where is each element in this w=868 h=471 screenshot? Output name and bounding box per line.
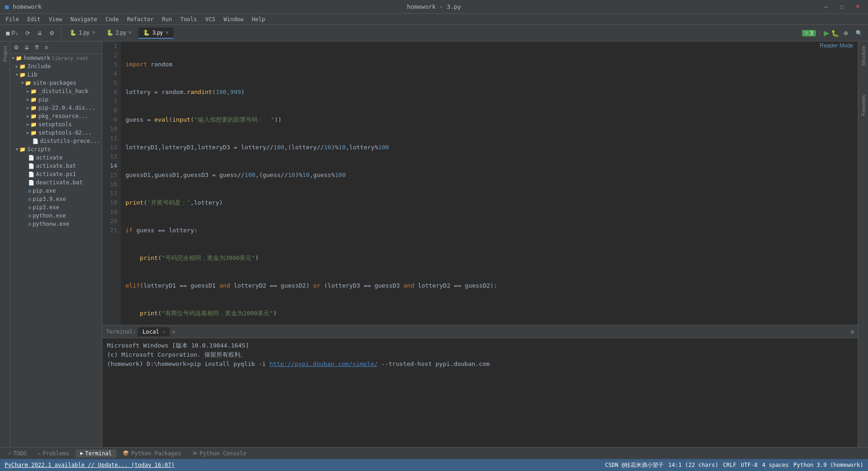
debug-button[interactable]: 🐛	[831, 29, 839, 37]
pr-arrow: ▶	[27, 114, 29, 118]
tree-deactivate-bat[interactable]: 📄 deactivate.bat	[10, 178, 102, 187]
vcs-count: 3	[810, 30, 813, 36]
tree-pip39-exe[interactable]: ⚙ pip3.9.exe	[10, 195, 102, 203]
tab-3py[interactable]: 🐍 3.py ✕	[138, 28, 173, 39]
code-editor[interactable]: import random lottery = random.randint(1…	[121, 41, 858, 325]
py-icon: 🐍	[70, 29, 77, 36]
menu-edit[interactable]: Edit	[24, 15, 44, 24]
tree-pip[interactable]: ▶ 📁 pip	[10, 95, 102, 104]
tree-site-packages[interactable]: ▼ 📁 site-packages	[10, 79, 102, 87]
tab-python-console-label: Python Console	[200, 450, 246, 457]
settings-tree-button[interactable]: ⚙	[47, 29, 57, 38]
menu-refactor[interactable]: Refactor	[123, 15, 157, 24]
tree-lib[interactable]: ▼ 📁 Lib	[10, 71, 102, 79]
project-panel-label[interactable]: Project	[1, 44, 9, 64]
terminal-line-2: (c) Microsoft Corporation. 保留所有权利。	[107, 350, 853, 359]
status-crlf[interactable]: CRLF	[723, 462, 736, 468]
code-line-4: lotteryD1,lotteryD1,lotteryD3 = lottery/…	[125, 143, 853, 152]
status-right: CSDN @桂花米酒小望子 14:1 (22 chars) CRLF UTF-8…	[605, 461, 863, 469]
tree-setuptools-dist[interactable]: ▶ 📁 setuptools-62...	[10, 129, 102, 137]
menu-view[interactable]: View	[45, 15, 66, 24]
root-suffix: library root	[52, 55, 88, 61]
terminal-local-close[interactable]: ✕	[162, 330, 165, 335]
main-content: Project ⚙ ⇊ ⇈ ≡ ▼ 📁 homework library roo…	[0, 41, 868, 447]
lib-arrow: ▼	[16, 72, 18, 77]
run-config-button[interactable]: ⊕	[841, 29, 851, 38]
p3-file-icon: ⚙	[28, 205, 31, 211]
sidebar-settings-button[interactable]: ⚙	[12, 43, 21, 52]
run-button[interactable]: ▶	[824, 29, 829, 37]
sidebar-expand-button[interactable]: ⇈	[33, 43, 41, 52]
vcs-badge[interactable]: ⑂ 3	[802, 30, 816, 36]
line-num: 7	[104, 97, 117, 106]
favorites-icon[interactable]: Favorites	[859, 94, 868, 117]
sidebar-collapse-button[interactable]: ⇊	[23, 43, 31, 52]
menu-help[interactable]: Help	[248, 15, 269, 24]
menu-window[interactable]: Window	[220, 15, 247, 24]
reader-mode-button[interactable]: Reader Mode	[820, 42, 853, 49]
tree-scripts[interactable]: ▼ 📁 Scripts	[10, 145, 102, 153]
menu-code[interactable]: Code	[102, 15, 123, 24]
tree-activate[interactable]: 📄 activate	[10, 153, 102, 162]
tab-terminal[interactable]: ▶ Terminal	[76, 449, 116, 458]
line-num: 13	[104, 152, 117, 161]
tree-root[interactable]: ▼ 📁 homework library root	[10, 54, 102, 62]
terminal-link[interactable]: http://pypi.douban.com/simple/	[269, 360, 378, 367]
terminal-tab-local[interactable]: Local ✕	[138, 327, 170, 336]
menu-run[interactable]: Run	[158, 15, 176, 24]
status-charset[interactable]: UTF-8	[741, 462, 757, 468]
ab-file-icon: 📄	[28, 163, 35, 169]
dp-file-icon: 📄	[32, 138, 39, 144]
tree-pythonw-exe[interactable]: ⚙ pythonw.exe	[10, 220, 102, 228]
close-button[interactable]: ✕	[851, 3, 863, 11]
menu-tools[interactable]: Tools	[177, 15, 201, 24]
tree-activate-bat[interactable]: 📄 activate.bat	[10, 162, 102, 170]
editor-content[interactable]: Reader Mode 1 2 3 4 5 6 7 8 9 10 11 12 1…	[102, 41, 858, 325]
tree-pip-dist[interactable]: ▶ 📁 pip-22.0.4.dis...	[10, 104, 102, 112]
terminal-gear-icon[interactable]: ⚙	[850, 328, 854, 335]
minimize-button[interactable]: ─	[820, 3, 832, 11]
pip-label: pip	[38, 96, 48, 103]
line-num: 19	[104, 207, 117, 217]
tab-python-packages-label: Python Packages	[131, 450, 181, 457]
tab-2py-close[interactable]: ✕	[128, 30, 132, 35]
tab-2py[interactable]: 🐍 2.py ✕	[102, 28, 137, 39]
menu-vcs[interactable]: VCS	[202, 15, 219, 24]
code-line-7: if guess == lottery:	[125, 226, 853, 235]
line-num: 17	[104, 189, 117, 198]
tree-python-exe[interactable]: ⚙ python.exe	[10, 212, 102, 220]
tab-1py[interactable]: 🐍 1.py ✕	[65, 28, 100, 39]
tree-distutils-prece[interactable]: 📄 distutils-prece...	[10, 137, 102, 145]
status-indent[interactable]: 4 spaces	[762, 462, 789, 468]
collapse-all-button[interactable]: ⇊	[35, 29, 45, 38]
menu-navigate[interactable]: Navigate	[67, 15, 101, 24]
tree-activate-ps1[interactable]: 📄 Activate.ps1	[10, 170, 102, 178]
tree-pip-exe[interactable]: ⚙ pip.exe	[10, 187, 102, 195]
tab-todo[interactable]: ✓ TODO	[4, 449, 31, 458]
tab-python-packages[interactable]: 📦 Python Packages	[118, 449, 185, 458]
sync-button[interactable]: ⟳	[23, 29, 33, 38]
tree-include[interactable]: ▶ 📁 Include	[10, 62, 102, 71]
structure-panel-icon[interactable]: Structure	[859, 44, 868, 68]
tab-python-console[interactable]: ≫ Python Console	[188, 449, 251, 458]
line-num: 14	[104, 161, 117, 171]
tree-pkg-resources[interactable]: ▶ 📁 pkg_resource...	[10, 112, 102, 120]
pw-file-icon: ⚙	[28, 221, 31, 227]
tree-distutils-hack[interactable]: ▶ 📁 _distutils_hack	[10, 87, 102, 95]
tab-1py-close[interactable]: ✕	[92, 30, 95, 35]
tab-problems[interactable]: ⚠ Problems	[33, 449, 74, 458]
project-selector[interactable]: ◼ P↓	[3, 29, 21, 38]
maximize-button[interactable]: □	[836, 3, 848, 11]
code-line-1: import random	[125, 60, 853, 69]
tab-3py-close[interactable]: ✕	[165, 30, 169, 35]
tree-setuptools[interactable]: ▶ 📁 setuptools	[10, 120, 102, 129]
status-python[interactable]: Python 3.9 (homework)	[793, 462, 863, 468]
status-position[interactable]: 14:1 (22 chars)	[668, 462, 718, 468]
p39-file-icon: ⚙	[28, 196, 31, 202]
search-everywhere-button[interactable]: 🔍	[853, 29, 865, 38]
sidebar-gear-button[interactable]: ≡	[43, 43, 50, 52]
new-terminal-button[interactable]: +	[172, 328, 175, 336]
status-update-text[interactable]: PyCharm 2022.1 available // Update... (t…	[5, 462, 174, 468]
tree-pip3-exe[interactable]: ⚙ pip3.exe	[10, 203, 102, 212]
menu-file[interactable]: File	[2, 15, 23, 24]
